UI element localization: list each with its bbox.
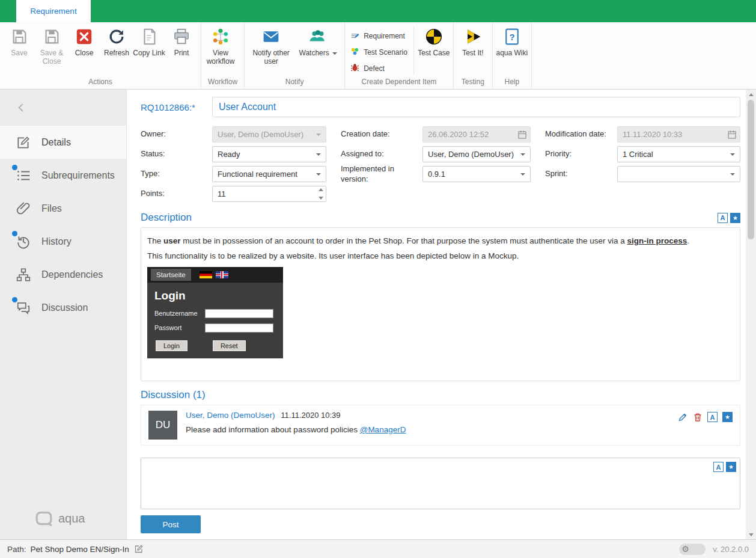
spinner-up-icon[interactable] bbox=[319, 188, 323, 191]
trash-icon bbox=[693, 412, 703, 422]
copy-link-button-label: Copy Link bbox=[133, 49, 165, 57]
sidebar-item-details[interactable]: Details bbox=[0, 126, 126, 159]
tab-requirement[interactable]: Requirement bbox=[16, 0, 91, 22]
calendar-icon bbox=[727, 130, 737, 140]
create-requirement-label: Requirement bbox=[364, 32, 405, 40]
notify-group-label: Notify bbox=[248, 76, 341, 89]
status-caret-icon bbox=[316, 153, 321, 156]
watchers-button[interactable]: Watchers bbox=[294, 23, 341, 74]
type-caret-icon bbox=[316, 173, 321, 176]
path-value: Pet Shop Demo EN/Sign-In bbox=[31, 545, 129, 554]
new-comment-format-toggle-icon[interactable]: A bbox=[713, 462, 724, 472]
view-workflow-button[interactable]: View workflow bbox=[204, 23, 237, 74]
create-requirement-button[interactable]: Requirement bbox=[350, 31, 407, 41]
delete-comment-button[interactable] bbox=[692, 412, 703, 422]
edit-comment-button[interactable] bbox=[677, 412, 687, 422]
format-toggle-icon[interactable]: A bbox=[718, 213, 728, 223]
refresh-icon bbox=[108, 28, 126, 46]
implemented-in-version-caret-icon bbox=[520, 173, 525, 176]
scrollbar-track[interactable] bbox=[746, 99, 756, 530]
aqua-logo-icon bbox=[35, 510, 53, 526]
assigned-to-select[interactable]: User, Demo (DemoUser) bbox=[422, 146, 531, 162]
sprint-select[interactable] bbox=[617, 166, 740, 182]
path-label: Path: bbox=[7, 545, 26, 554]
title-input[interactable] bbox=[212, 97, 740, 117]
history-icon bbox=[16, 234, 31, 250]
sidebar-item-files[interactable]: Files bbox=[0, 192, 126, 225]
discussion-badge bbox=[12, 297, 17, 302]
save-close-button-label: Save & Close bbox=[35, 49, 68, 66]
sidebar-item-history[interactable]: History bbox=[0, 225, 126, 258]
new-comment-input[interactable] bbox=[141, 458, 740, 509]
dependencies-icon bbox=[16, 267, 31, 283]
comment-actions: A ★ bbox=[677, 411, 733, 422]
owner-caret-icon bbox=[316, 133, 321, 136]
settings-button[interactable]: ⚙ bbox=[679, 544, 706, 555]
points-stepper[interactable]: 11 bbox=[212, 186, 326, 202]
sidebar-item-discussion[interactable]: Discussion bbox=[0, 291, 126, 324]
type-select[interactable]: Functional requirement bbox=[212, 166, 326, 182]
implemented-in-version-select[interactable]: 0.9.1 bbox=[422, 166, 531, 182]
comment-text: Please add information about password po… bbox=[186, 425, 406, 434]
details-form: Owner: User, Demo (DemoUser) Creation da… bbox=[141, 124, 740, 204]
spinner-down-icon[interactable] bbox=[319, 197, 323, 200]
scroll-down-arrow-icon[interactable] bbox=[746, 530, 756, 539]
tab-requirement-label: Requirement bbox=[30, 7, 76, 16]
creation-date-field: 26.06.2020 12:52 bbox=[422, 126, 531, 143]
sidebar-item-history-label: History bbox=[41, 236, 72, 247]
priority-select[interactable]: 1 Critical bbox=[617, 146, 740, 162]
comment-author-link[interactable]: User, Demo (DemoUser) bbox=[186, 411, 275, 420]
scroll-up-arrow-icon[interactable] bbox=[746, 90, 756, 99]
print-button[interactable]: Print bbox=[165, 23, 198, 74]
create-test-scenario-button[interactable]: Test Scenario bbox=[350, 47, 407, 58]
sidebar-item-dependencies[interactable]: Dependencies bbox=[0, 258, 126, 291]
svg-text:?: ? bbox=[509, 32, 514, 42]
view-workflow-button-label: View workflow bbox=[204, 49, 237, 66]
status-select[interactable]: Ready bbox=[212, 146, 326, 162]
sidebar-item-subrequirements[interactable]: Subrequirements bbox=[0, 159, 126, 192]
scrollbar-thumb[interactable] bbox=[748, 100, 754, 239]
sidebar-collapse-button[interactable] bbox=[0, 90, 126, 126]
sidebar-item-discussion-label: Discussion bbox=[41, 302, 88, 313]
save-button[interactable]: Save bbox=[3, 23, 35, 74]
mockup-tab: Startseite bbox=[151, 269, 191, 281]
description-header: Description A ★ bbox=[141, 212, 740, 224]
create-defect-button[interactable]: Defect bbox=[350, 63, 407, 74]
test-it-button-label: Test It! bbox=[462, 49, 483, 57]
mention-link[interactable]: @ManagerD bbox=[360, 425, 406, 434]
post-button[interactable]: Post bbox=[141, 515, 201, 533]
test-it-button[interactable]: Test It! bbox=[457, 23, 489, 74]
new-comment-favorite-toggle-icon[interactable]: ★ bbox=[726, 462, 736, 472]
aqua-logo-text: aqua bbox=[58, 512, 85, 526]
sprint-caret-icon bbox=[730, 173, 735, 176]
save-close-button[interactable]: Save & Close bbox=[35, 23, 68, 74]
mockup-password-input bbox=[205, 323, 273, 333]
sign-in-process-link[interactable]: sign-in process bbox=[627, 236, 687, 245]
envelope-icon bbox=[262, 28, 280, 46]
copy-link-button[interactable]: Copy Link bbox=[133, 23, 165, 74]
vertical-scrollbar[interactable] bbox=[746, 90, 756, 539]
titlebar: Requirement bbox=[0, 0, 756, 22]
points-spinner-icons[interactable] bbox=[319, 188, 323, 200]
gear-icon: ⚙ bbox=[681, 545, 689, 553]
description-panel[interactable]: The user must be in possession of an acc… bbox=[141, 227, 740, 381]
assigned-to-caret-icon bbox=[520, 153, 525, 156]
aqua-wiki-button[interactable]: ? aqua Wiki bbox=[496, 23, 528, 74]
notify-other-user-button[interactable]: Notify other user bbox=[248, 23, 294, 74]
subrequirements-badge bbox=[12, 165, 17, 170]
close-icon bbox=[75, 28, 93, 46]
comment-favorite-toggle-icon[interactable]: ★ bbox=[722, 412, 733, 422]
refresh-button[interactable]: Refresh bbox=[100, 23, 133, 74]
workflow-group-label: Workflow bbox=[204, 76, 241, 89]
ribbon-inner-divider bbox=[413, 27, 414, 74]
create-test-case-button[interactable]: Test Case bbox=[418, 23, 450, 74]
comment-format-toggle-icon[interactable]: A bbox=[707, 412, 718, 422]
sprint-label: Sprint: bbox=[545, 169, 617, 179]
subrequirements-icon bbox=[16, 168, 31, 183]
favorite-toggle-icon[interactable]: ★ bbox=[730, 213, 740, 223]
edit-path-button[interactable] bbox=[134, 544, 144, 554]
close-button[interactable]: Close bbox=[68, 23, 100, 74]
sidebar-item-files-label: Files bbox=[41, 203, 62, 214]
pencil-icon bbox=[678, 412, 687, 422]
mockup-username-input bbox=[205, 309, 273, 318]
